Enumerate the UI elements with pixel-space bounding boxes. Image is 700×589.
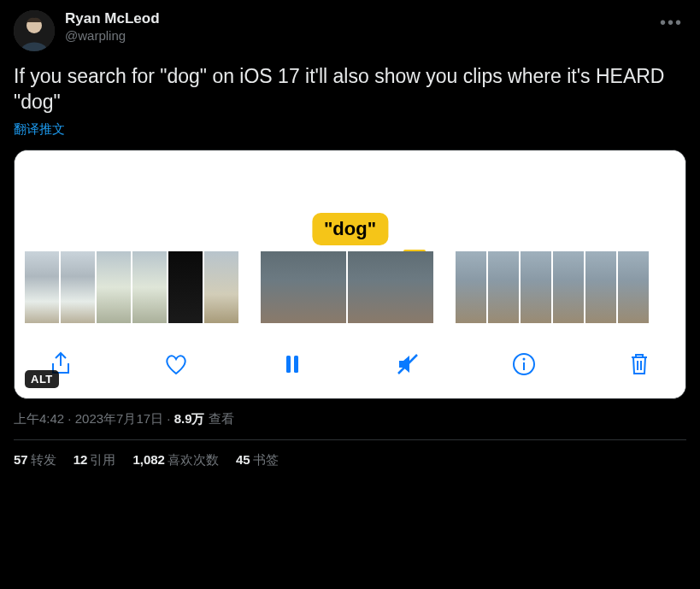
display-name[interactable]: Ryan McLeod bbox=[65, 10, 656, 27]
info-icon bbox=[510, 350, 538, 378]
clip-thumbnail bbox=[618, 251, 649, 323]
svg-rect-3 bbox=[294, 356, 298, 373]
quotes-stat[interactable]: 12引用 bbox=[74, 452, 116, 468]
tweet-time[interactable]: 上午4:42 bbox=[14, 411, 64, 426]
handle[interactable]: @warpling bbox=[65, 27, 656, 44]
clip-thumbnail bbox=[61, 251, 95, 323]
retweets-stat[interactable]: 57转发 bbox=[14, 452, 56, 468]
tweet-meta: 上午4:42 · 2023年7月17日 · 8.9万 查看 bbox=[14, 411, 686, 427]
clip-thumbnail bbox=[25, 251, 59, 323]
search-term-bubble: "dog" bbox=[312, 213, 388, 245]
clip-thumbnail bbox=[132, 251, 167, 323]
bookmarks-stat[interactable]: 45书签 bbox=[236, 452, 279, 468]
clip-thumbnail bbox=[521, 251, 551, 323]
tweet-stats: 57转发 12引用 1,082喜欢次数 45书签 bbox=[14, 440, 686, 480]
like-button[interactable] bbox=[161, 349, 191, 380]
clip-thumbnail bbox=[553, 251, 584, 323]
mute-button[interactable] bbox=[392, 349, 423, 380]
clip-thumbnail bbox=[488, 251, 519, 323]
avatar[interactable] bbox=[14, 10, 55, 51]
clip-group-2[interactable] bbox=[261, 251, 433, 323]
tweet-body: If you search for "dog" on iOS 17 it'll … bbox=[14, 63, 686, 115]
video-timeline[interactable] bbox=[15, 243, 685, 333]
media-card[interactable]: "dog" bbox=[14, 150, 686, 399]
pause-button[interactable] bbox=[277, 349, 308, 380]
info-button[interactable] bbox=[509, 349, 539, 380]
delete-button[interactable] bbox=[624, 349, 655, 380]
clip-thumbnail bbox=[585, 251, 616, 323]
clip-thumbnail bbox=[261, 251, 346, 323]
speaker-muted-icon bbox=[394, 350, 421, 378]
likes-stat[interactable]: 1,082喜欢次数 bbox=[132, 452, 219, 468]
clip-thumbnail bbox=[348, 251, 433, 323]
views-count: 8.9万 bbox=[174, 411, 205, 426]
clip-thumbnail bbox=[456, 251, 486, 323]
author-names: Ryan McLeod @warpling bbox=[65, 10, 656, 44]
views-label: 查看 bbox=[205, 411, 234, 426]
tweet: Ryan McLeod @warpling ••• If you search … bbox=[0, 0, 700, 480]
svg-rect-2 bbox=[286, 356, 291, 373]
clip-thumbnail bbox=[168, 251, 203, 323]
media-controls bbox=[15, 333, 685, 398]
clip-thumbnail bbox=[97, 251, 131, 323]
clip-group-1[interactable] bbox=[25, 251, 238, 323]
pause-icon bbox=[279, 350, 306, 378]
tweet-header: Ryan McLeod @warpling ••• bbox=[14, 10, 686, 51]
trash-icon bbox=[626, 350, 653, 378]
alt-badge[interactable]: ALT bbox=[25, 370, 59, 388]
clip-group-3[interactable] bbox=[456, 251, 649, 323]
media-whitespace: "dog" bbox=[15, 150, 685, 243]
tweet-date[interactable]: 2023年7月17日 bbox=[75, 411, 163, 426]
avatar-image bbox=[14, 10, 55, 51]
translate-link[interactable]: 翻译推文 bbox=[14, 121, 686, 138]
svg-point-6 bbox=[522, 358, 525, 361]
more-icon[interactable]: ••• bbox=[656, 10, 686, 34]
clip-thumbnail bbox=[204, 251, 238, 323]
heart-icon bbox=[162, 350, 190, 378]
